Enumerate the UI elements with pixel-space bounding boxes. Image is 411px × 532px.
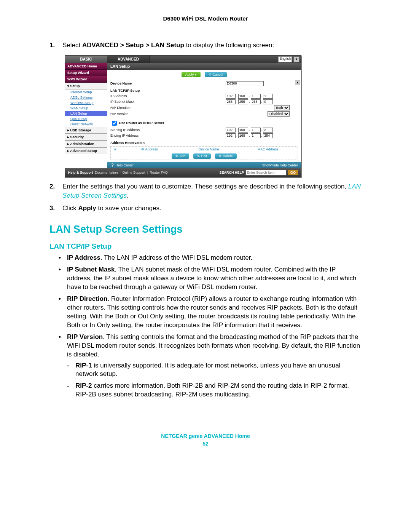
doc-link[interactable]: Documentation: [95, 171, 118, 174]
router-screenshot: BASIC ADVANCED English ▼ ADVANCED HomeSe…: [65, 55, 301, 177]
sidebar: ADVANCED HomeSetup WizardWPS Wizard ▾ Se…: [65, 63, 107, 168]
delete-button[interactable]: ✕ Delete: [215, 153, 237, 159]
edit-button[interactable]: ✎ Edit: [193, 153, 211, 159]
sidebar-section[interactable]: ▸ Security: [65, 134, 107, 141]
rip-dir-label: RIP Direction: [110, 106, 217, 110]
step-num: 3.: [49, 204, 62, 213]
reservation-header: Address Reservation: [110, 139, 298, 145]
mask-d[interactable]: [263, 99, 273, 104]
step-num: 2.: [49, 182, 62, 200]
end-b[interactable]: [238, 133, 248, 138]
ip-d[interactable]: [263, 94, 273, 99]
support-label: Help & Support: [68, 171, 93, 174]
tcpip-header: LAN TCP/IP Setup: [110, 86, 298, 93]
apply-button[interactable]: Apply ▸: [182, 72, 201, 77]
sidebar-subitem[interactable]: Guest Network: [65, 121, 107, 127]
sidebar-subitem[interactable]: WAN Setup: [65, 105, 107, 111]
step-list-cont: 2. Enter the settings that you want to c…: [49, 182, 362, 213]
ip-label: IP Address: [110, 94, 226, 98]
table-col-header: MAC Address: [238, 147, 298, 152]
page-number: 52: [49, 441, 362, 447]
sidebar-section[interactable]: ▸ Advanced Setup: [65, 147, 107, 154]
section-heading: LAN Setup Screen Settings: [49, 224, 362, 235]
sidebar-subitem[interactable]: Wireless Setup: [65, 100, 107, 105]
sidebar-item[interactable]: Setup Wizard: [65, 70, 107, 76]
panel-title: LAN Setup: [107, 63, 301, 70]
start-d[interactable]: [263, 128, 273, 133]
dhcp-checkbox[interactable]: [112, 121, 117, 126]
sidebar-subitem[interactable]: Internet Setup: [65, 89, 107, 95]
table-col-header: IP Address: [120, 147, 179, 152]
device-name-label: Device Name: [110, 81, 226, 85]
sidebar-section[interactable]: ▸ Administration: [65, 141, 107, 147]
end-c[interactable]: [251, 133, 261, 138]
step-body: Click Apply to save your changes.: [62, 204, 362, 213]
end-ip-label: Ending IP Address: [110, 134, 226, 137]
bullet-list: IP Address. The LAN IP address of the Wi…: [59, 254, 362, 402]
start-b[interactable]: [238, 128, 248, 133]
mask-b[interactable]: [238, 99, 248, 104]
chapter-title: NETGEAR genie ADVANCED Home: [49, 433, 362, 439]
help-center-bar[interactable]: ❔ Help Center Show/Hide Help Center: [107, 162, 301, 168]
table-col-header: Device Name: [179, 147, 239, 152]
mask-c[interactable]: [251, 99, 261, 104]
sidebar-subitem[interactable]: ADSL Settings: [65, 95, 107, 100]
start-c[interactable]: [251, 128, 261, 133]
sidebar-item[interactable]: ADVANCED Home: [65, 63, 107, 70]
online-link[interactable]: Online Support: [122, 171, 145, 174]
sub-heading: LAN TCP/IP Setup: [49, 242, 362, 251]
language-dropdown-arrow[interactable]: ▼: [293, 56, 299, 62]
mask-a[interactable]: [226, 99, 236, 104]
start-ip-label: Starting IP Address: [110, 128, 226, 132]
end-a[interactable]: [226, 133, 236, 138]
cancel-button[interactable]: ✕ Cancel: [205, 72, 227, 77]
step-list: 1. Select ADVANCED > Setup > LAN Setup t…: [49, 41, 362, 50]
end-d[interactable]: [263, 133, 273, 138]
device-name-input[interactable]: [226, 81, 264, 86]
add-button[interactable]: ✚ Add: [172, 153, 189, 159]
language-select[interactable]: English: [278, 56, 292, 62]
table-col-header: #: [111, 147, 120, 152]
ip-a[interactable]: [226, 94, 236, 99]
mask-label: IP Subnet Mask: [110, 100, 226, 104]
ip-b[interactable]: [238, 94, 248, 99]
sidebar-subitem[interactable]: QoS Setup: [65, 116, 107, 121]
tab-basic[interactable]: BASIC: [65, 56, 107, 63]
sidebar-section-setup[interactable]: ▾ Setup: [65, 83, 107, 89]
search-help-label: SEARCH HELP: [219, 171, 244, 174]
footer-bar: Help & Support Documentation| Online Sup…: [65, 168, 301, 177]
faq-link[interactable]: Router FAQ: [150, 171, 168, 174]
ip-c[interactable]: [251, 94, 261, 99]
tab-advanced[interactable]: ADVANCED: [107, 56, 150, 63]
rip-ver-select[interactable]: Disabled: [268, 111, 290, 117]
step-body: Enter the settings that you want to cust…: [62, 182, 362, 200]
sidebar-section[interactable]: ▸ USB Storage: [65, 127, 107, 134]
rip-ver-label: RIP Version: [110, 112, 217, 116]
search-input[interactable]: [245, 170, 287, 176]
scroll-up-arrow[interactable]: ▲: [295, 80, 300, 85]
step-num: 1.: [49, 41, 62, 50]
go-button[interactable]: GO: [288, 170, 298, 175]
doc-header: D6300 WiFi DSL Modem Router: [49, 15, 362, 22]
page-footer: NETGEAR genie ADVANCED Home 52: [49, 429, 362, 447]
start-a[interactable]: [226, 128, 236, 133]
step-body: Select ADVANCED > Setup > LAN Setup to d…: [62, 41, 362, 50]
rip-dir-select[interactable]: Both: [274, 105, 290, 110]
sidebar-item[interactable]: WPS Wizard: [65, 76, 107, 83]
dhcp-label: Use Router as DHCP Server: [119, 121, 164, 125]
sidebar-subitem[interactable]: LAN Setup: [65, 111, 107, 116]
main-panel: LAN Setup Apply ▸ ✕ Cancel ▲ Device Name…: [107, 63, 301, 168]
